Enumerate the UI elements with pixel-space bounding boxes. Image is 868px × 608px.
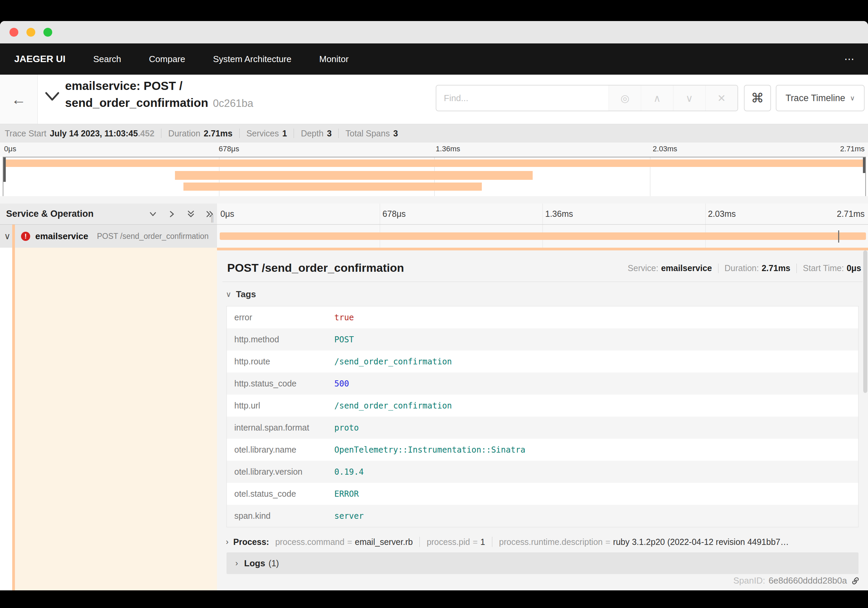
view-selector-label: Trace Timeline — [786, 93, 845, 104]
collapse-one-level-icon[interactable] — [149, 210, 157, 219]
divider — [239, 129, 240, 138]
service-color-bar — [12, 225, 15, 248]
chevron-down-icon: ∨ — [850, 94, 855, 102]
zoom-window-button[interactable] — [43, 28, 52, 37]
tag-key: http.route — [227, 356, 334, 367]
tag-key: otel.library.name — [227, 445, 334, 455]
trace-title-line2: send_order_confirmation — [65, 96, 208, 109]
tag-key: otel.status_code — [227, 489, 334, 499]
span-collapse-chevron-icon[interactable]: ∨ — [4, 231, 11, 241]
span-duration-bar[interactable] — [220, 232, 866, 240]
tick-label: 0μs — [220, 209, 234, 219]
chevron-down-icon: ∨ — [685, 92, 693, 104]
process-value: 1 — [480, 537, 485, 547]
nav-overflow-menu-icon[interactable]: ⋯ — [844, 53, 855, 65]
tag-value: true — [334, 313, 354, 322]
collapse-all-icon[interactable] — [186, 210, 195, 219]
tags-section-title: Tags — [236, 289, 256, 300]
tag-value: ERROR — [334, 489, 359, 499]
tag-row: otel.library.version0.19.4 — [227, 461, 858, 483]
meta-value: 0μs — [846, 263, 861, 273]
find-prev-button[interactable]: ∧ — [641, 86, 673, 110]
meta-label: Duration: — [725, 263, 759, 273]
service-operation-title: Service & Operation — [6, 209, 94, 219]
keyboard-shortcuts-button[interactable]: ⌘ — [744, 85, 771, 111]
summary-value-suffix: .452 — [138, 129, 155, 138]
trace-id: 0c261ba — [213, 97, 253, 109]
back-button[interactable]: ← — [0, 75, 38, 124]
jaeger-logo[interactable]: JAEGER UI — [14, 54, 65, 64]
section-gap — [0, 196, 868, 204]
logs-section-toggle[interactable]: › Logs (1) — [226, 552, 859, 574]
column-resize-handle[interactable]: ∥ — [210, 213, 214, 223]
tick-label: 2.03ms — [708, 209, 736, 219]
tag-value: /send_order_confirmation — [334, 357, 452, 367]
tag-key: http.status_code — [227, 379, 334, 389]
tick-label: 1.36ms — [436, 145, 460, 153]
logs-section-title: Logs — [244, 558, 265, 569]
find-next-button[interactable]: ∨ — [673, 86, 705, 110]
tag-key: error — [227, 313, 334, 322]
span-row-emailservice[interactable]: ∨ ! emailservice POST /send_order_confir… — [0, 225, 868, 248]
minimap-left-scrubber-handle[interactable] — [3, 157, 6, 182]
span-row-name-cell[interactable]: ∨ ! emailservice POST /send_order_confir… — [0, 225, 217, 248]
process-key: process.command — [275, 537, 344, 547]
tick-label: 2.71ms — [840, 145, 865, 153]
find-input[interactable] — [436, 86, 609, 110]
tag-row: http.status_code500 — [227, 373, 858, 395]
equals-sign: = — [347, 537, 352, 547]
span-row-timeline-cell[interactable] — [217, 225, 868, 248]
summary-value: 3 — [327, 129, 332, 138]
span-id-row: SpanID: 6e8d660dddd28b0a — [733, 575, 860, 586]
tags-section-toggle[interactable]: ∨ Tags — [226, 289, 256, 300]
tag-value: proto — [334, 423, 359, 432]
tag-row: span.kindserver — [227, 505, 858, 527]
nav-item-system-architecture[interactable]: System Architecture — [213, 54, 291, 64]
trace-summary-bar: Trace Start July 14 2023, 11:03:45.452 D… — [0, 124, 868, 143]
find-locate-button[interactable]: ◎ — [609, 86, 641, 110]
span-id-value: 6e8d660dddd28b0a — [769, 575, 847, 586]
process-value: ruby 3.1.2p20 (2022-04-12 revision 4491b… — [613, 537, 789, 547]
span-id-label: SpanID: — [733, 575, 765, 586]
service-name: emailservice — [35, 231, 88, 241]
detail-left-gutter — [0, 248, 12, 590]
collapse-trace-chevron-icon[interactable] — [43, 90, 61, 104]
trace-title: emailservice: POST / send_order_confirma… — [65, 77, 253, 112]
tag-row: otel.library.nameOpenTelemetry::Instrume… — [227, 439, 858, 461]
tick-label: 2.71ms — [837, 209, 865, 219]
nav-item-search[interactable]: Search — [93, 54, 121, 64]
find-clear-button[interactable]: ✕ — [705, 86, 738, 110]
minimize-window-button[interactable] — [26, 28, 35, 37]
detail-scrollbar[interactable] — [863, 250, 867, 393]
locate-icon: ◎ — [620, 92, 629, 104]
nav-item-monitor[interactable]: Monitor — [319, 54, 349, 64]
service-operation-header: Service & Operation ∥ — [0, 204, 217, 224]
detail-title-row: POST /send_order_confirmation Service: e… — [227, 261, 861, 277]
nav-item-compare[interactable]: Compare — [149, 54, 185, 64]
summary-value: 1 — [282, 129, 287, 138]
divider — [222, 281, 863, 282]
minimap-span-bar — [183, 182, 482, 191]
trace-minimap[interactable] — [3, 157, 866, 197]
trace-view-selector[interactable]: Trace Timeline ∨ — [776, 85, 865, 111]
expand-one-level-icon[interactable] — [167, 210, 176, 219]
timeline-gridline — [542, 204, 543, 224]
tick-label: 1.36ms — [545, 209, 573, 219]
divider — [797, 264, 797, 273]
process-section-title: Process: — [233, 537, 269, 547]
detail-operation-title: POST /send_order_confirmation — [227, 261, 404, 274]
process-section-toggle[interactable]: › Process: process.command = email_serve… — [226, 537, 858, 547]
command-icon: ⌘ — [751, 90, 764, 106]
summary-label: Services — [246, 129, 279, 138]
minimap-right-scrubber-handle[interactable] — [863, 157, 865, 173]
copy-link-icon[interactable] — [848, 574, 863, 588]
span-detail-card: POST /send_order_confirmation Service: e… — [217, 248, 868, 590]
tag-key: internal.span.format — [227, 423, 334, 432]
tag-row: otel.status_codeERROR — [227, 483, 858, 505]
summary-value: 3 — [393, 129, 398, 138]
chevron-right-icon: › — [226, 537, 228, 547]
close-window-button[interactable] — [9, 28, 18, 37]
detail-row-highlight — [15, 248, 217, 590]
equals-sign: = — [605, 537, 610, 547]
chevron-up-icon: ∧ — [653, 92, 661, 104]
